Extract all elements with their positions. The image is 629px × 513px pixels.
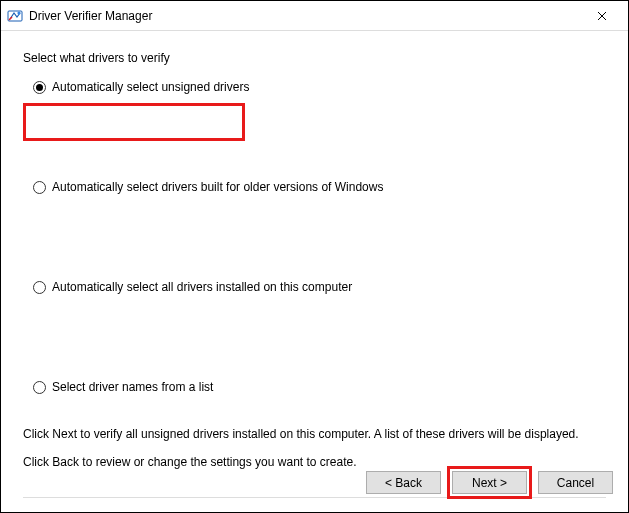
radio-unsigned-drivers[interactable]: Automatically select unsigned drivers [33, 77, 596, 97]
next-button[interactable]: Next > [452, 471, 527, 494]
radio-label: Automatically select all drivers install… [52, 280, 352, 294]
back-button[interactable]: < Back [366, 471, 441, 494]
cancel-button[interactable]: Cancel [538, 471, 613, 494]
radio-older-windows[interactable]: Automatically select drivers built for o… [33, 177, 596, 197]
button-bar: < Back Next > Cancel [366, 466, 613, 499]
radio-group: Automatically select unsigned drivers Au… [23, 77, 606, 397]
radio-icon [33, 181, 46, 194]
radio-icon [33, 281, 46, 294]
button-label: Cancel [557, 476, 594, 490]
close-button[interactable] [582, 2, 622, 30]
radio-label: Automatically select drivers built for o… [52, 180, 383, 194]
radio-icon [33, 81, 46, 94]
radio-from-list[interactable]: Select driver names from a list [33, 377, 596, 397]
button-label: Next > [472, 476, 507, 490]
highlight-annotation-next: Next > [447, 466, 532, 499]
svg-point-1 [17, 11, 20, 14]
radio-icon [33, 381, 46, 394]
section-label: Select what drivers to verify [23, 51, 606, 65]
window-title: Driver Verifier Manager [29, 9, 582, 23]
button-label: < Back [385, 476, 422, 490]
app-icon [7, 8, 23, 24]
content-area: Select what drivers to verify Automatica… [1, 31, 628, 498]
close-icon [597, 11, 607, 21]
radio-all-drivers[interactable]: Automatically select all drivers install… [33, 277, 596, 297]
info-line-1: Click Next to verify all unsigned driver… [23, 425, 606, 443]
radio-label: Select driver names from a list [52, 380, 213, 394]
radio-label: Automatically select unsigned drivers [52, 80, 249, 94]
titlebar: Driver Verifier Manager [1, 1, 628, 31]
